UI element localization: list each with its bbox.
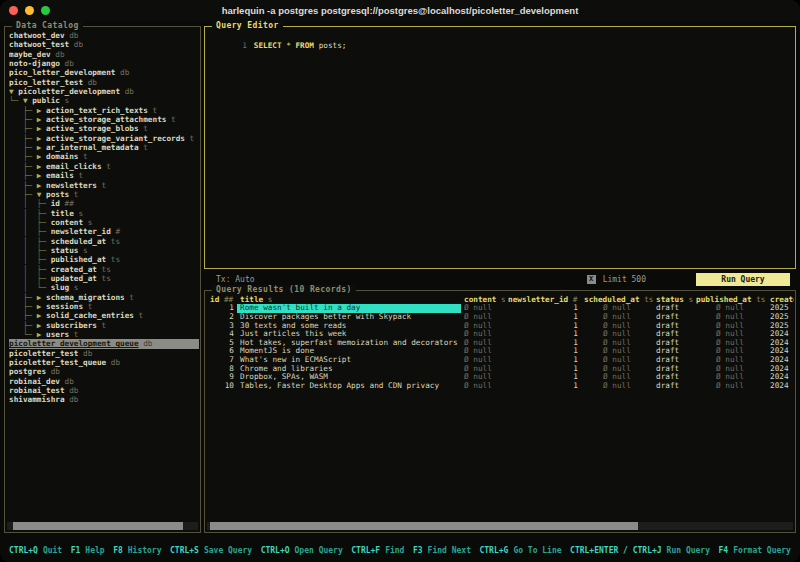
table-cell[interactable]: 8: [207, 365, 237, 374]
table-cell[interactable]: 1: [505, 339, 581, 348]
catalog-horizontal-scrollbar[interactable]: [7, 522, 198, 530]
shortcut-save-query[interactable]: CTRL+SSave Query: [170, 546, 252, 555]
table-cell[interactable]: 2025: [767, 313, 794, 322]
table-cell[interactable]: 1: [505, 313, 581, 322]
table-cell[interactable]: draft: [653, 347, 693, 356]
table-row[interactable]: 7What's new in ECMAScriptØ null1Ø nulldr…: [207, 356, 794, 365]
catalog-item-pico_letter_development[interactable]: pico_letter_development db: [9, 68, 199, 77]
table-cell[interactable]: 2: [207, 313, 237, 322]
catalog-item-picoletter_test_queue[interactable]: picoletter_test_queue db: [9, 358, 199, 367]
catalog-item-noto-django[interactable]: noto-django db: [9, 59, 199, 68]
table-row[interactable]: 2Discover packages better with SkypackØ …: [207, 313, 794, 322]
catalog-item-emails[interactable]: ├─ ▶ emails t: [9, 171, 199, 180]
table-cell[interactable]: draft: [653, 382, 693, 391]
table-cell[interactable]: Ø null: [581, 330, 653, 339]
table-cell[interactable]: 5: [207, 339, 237, 348]
shortcut-open-query[interactable]: CTRL+OOpen Query: [261, 546, 343, 555]
shortcut-help[interactable]: F1Help: [71, 546, 105, 555]
table-cell[interactable]: 1: [505, 322, 581, 331]
table-cell[interactable]: Ø null: [461, 304, 505, 313]
table-cell[interactable]: Ø null: [581, 322, 653, 331]
table-cell[interactable]: Ø null: [581, 382, 653, 391]
table-cell[interactable]: Ø null: [581, 365, 653, 374]
catalog-item-picoletter_test[interactable]: picoletter_test db: [9, 349, 199, 358]
table-cell[interactable]: Ø null: [461, 313, 505, 322]
catalog-item-solid_cache_entries[interactable]: ├─ ▶ solid_cache_entries t: [9, 311, 199, 320]
table-cell[interactable]: Ø null: [693, 330, 767, 339]
table-cell[interactable]: Ø null: [693, 304, 767, 313]
table-cell[interactable]: Ø null: [693, 373, 767, 382]
table-cell[interactable]: Ø null: [693, 356, 767, 365]
catalog-item-users[interactable]: └─ ▶ users t: [9, 330, 199, 339]
table-cell[interactable]: Ø null: [461, 330, 505, 339]
shortcut-history[interactable]: F8History: [113, 546, 161, 555]
table-cell[interactable]: 7: [207, 356, 237, 365]
results-horizontal-scrollbar[interactable]: [207, 522, 793, 530]
table-cell[interactable]: Ø null: [581, 356, 653, 365]
transaction-mode-label[interactable]: Tx: Auto: [216, 275, 255, 284]
shortcut-format-query[interactable]: F4Format Query: [719, 546, 791, 555]
table-cell[interactable]: draft: [653, 330, 693, 339]
shortcut-go-to-line[interactable]: CTRL+GGo To Line: [479, 546, 561, 555]
table-cell[interactable]: 9: [207, 373, 237, 382]
shortcut-run-query[interactable]: CTRL+ENTER / CTRL+JRun Query: [570, 546, 710, 555]
catalog-item-newsletter_id[interactable]: │ ├─ newsletter_id #: [9, 227, 199, 236]
table-cell[interactable]: 30 texts and some reads: [237, 322, 461, 331]
table-cell[interactable]: 2025: [767, 304, 794, 313]
catalog-item-id[interactable]: │ ├─ id ##: [9, 199, 199, 208]
table-cell[interactable]: draft: [653, 356, 693, 365]
catalog-item-postgres[interactable]: postgres db: [9, 367, 199, 376]
table-cell[interactable]: Ø null: [693, 322, 767, 331]
catalog-item-active_storage_attachments[interactable]: ├─ ▶ active_storage_attachments t: [9, 115, 199, 124]
table-cell[interactable]: 10: [207, 382, 237, 391]
table-cell[interactable]: Ø null: [693, 339, 767, 348]
table-cell[interactable]: 2024: [767, 339, 794, 348]
table-cell[interactable]: draft: [653, 339, 693, 348]
table-cell[interactable]: draft: [653, 304, 693, 313]
catalog-item-maybe_dev[interactable]: maybe_dev db: [9, 50, 199, 59]
catalog-item-subscribers[interactable]: ├─ ▶ subscribers t: [9, 321, 199, 330]
table-cell[interactable]: Tables, Faster Desktop Apps and CDN priv…: [237, 382, 461, 391]
catalog-item-content[interactable]: │ ├─ content s: [9, 218, 199, 227]
limit-checkbox[interactable]: X: [587, 275, 596, 284]
table-row[interactable]: 4Just articles this weekØ null1Ø nulldra…: [207, 330, 794, 339]
table-cell[interactable]: 4: [207, 330, 237, 339]
results-scrollbar-thumb[interactable]: [210, 522, 638, 530]
table-cell[interactable]: Ø null: [461, 322, 505, 331]
table-cell[interactable]: draft: [653, 365, 693, 374]
table-cell[interactable]: 1: [505, 356, 581, 365]
catalog-item-slug[interactable]: │ └─ slug s: [9, 283, 199, 292]
catalog-item-active_storage_blobs[interactable]: ├─ ▶ active_storage_blobs t: [9, 124, 199, 133]
catalog-item-newsletters[interactable]: ├─ ▶ newsletters t: [9, 181, 199, 190]
sql-query-text[interactable]: SELECT * FROM posts;: [254, 41, 347, 50]
catalog-item-picoletter_development[interactable]: ▼ picoletter_development db: [9, 87, 199, 96]
table-cell[interactable]: 1: [505, 304, 581, 313]
catalog-item-posts[interactable]: ├─ ▼ posts t: [9, 190, 199, 199]
run-query-button[interactable]: Run Query: [696, 273, 790, 286]
catalog-item-scheduled_at[interactable]: │ ├─ scheduled_at ts: [9, 237, 199, 246]
catalog-item-sessions[interactable]: ├─ ▶ sessions t: [9, 302, 199, 311]
table-cell[interactable]: 1: [505, 382, 581, 391]
table-cell[interactable]: 2024: [767, 373, 794, 382]
table-cell[interactable]: draft: [653, 373, 693, 382]
table-cell[interactable]: Dropbox, SPAs, WASM: [237, 373, 461, 382]
table-row[interactable]: 1Rome wasn't built in a dayØ null1Ø null…: [207, 304, 794, 313]
catalog-item-title[interactable]: │ ├─ title s: [9, 209, 199, 218]
table-cell-selected[interactable]: Rome wasn't built in a day: [237, 304, 461, 313]
catalog-item-published_at[interactable]: │ ├─ published_at ts: [9, 255, 199, 264]
shortcut-find[interactable]: CTRL+FFind: [351, 546, 404, 555]
table-cell[interactable]: 2024: [767, 365, 794, 374]
table-cell[interactable]: draft: [653, 322, 693, 331]
catalog-item-robinai_test[interactable]: robinai_test db: [9, 386, 199, 395]
limit-label[interactable]: Limit 500: [603, 275, 646, 284]
catalog-item-active_storage_variant_records[interactable]: ├─ ▶ active_storage_variant_records t: [9, 134, 199, 143]
catalog-item-chatwoot_test[interactable]: chatwoot_test db: [9, 40, 199, 49]
table-cell[interactable]: Ø null: [693, 382, 767, 391]
table-row[interactable]: 6MomentJS is doneØ null1Ø nulldraftØ nul…: [207, 347, 794, 356]
catalog-item-picoletter_development_queue[interactable]: picoletter_development_queue db: [9, 339, 199, 348]
table-cell[interactable]: Ø null: [581, 313, 653, 322]
catalog-item-schema_migrations[interactable]: ├─ ▶ schema_migrations t: [9, 293, 199, 302]
table-row[interactable]: 10Tables, Faster Desktop Apps and CDN pr…: [207, 382, 794, 391]
catalog-item-updated_at[interactable]: │ ├─ updated_at ts: [9, 274, 199, 283]
table-cell[interactable]: Ø null: [461, 347, 505, 356]
